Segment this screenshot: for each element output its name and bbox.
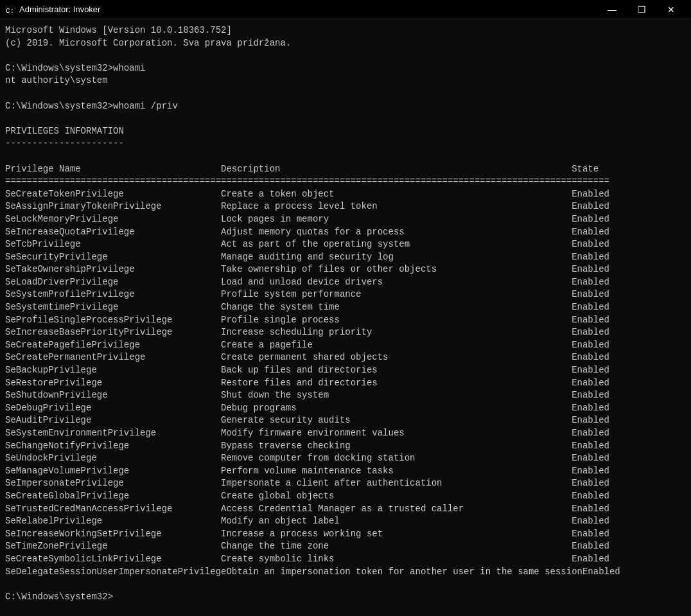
windows-version: Microsoft Windows [Version 10.0.18363.75…	[5, 25, 620, 602]
maximize-button[interactable]: ❐	[627, 0, 656, 19]
minimize-button[interactable]: —	[597, 0, 627, 19]
title-bar-left: C:\ Administrator: Invoker	[5, 4, 100, 15]
title-bar-controls: — ❐ ✕	[597, 0, 686, 19]
cmd-icon: C:\	[5, 4, 15, 15]
close-button[interactable]: ✕	[656, 0, 686, 19]
window-title: Administrator: Invoker	[19, 4, 100, 14]
terminal-output: Microsoft Windows [Version 10.0.18363.75…	[0, 19, 691, 616]
svg-text:C:\: C:\	[6, 7, 15, 15]
title-bar: C:\ Administrator: Invoker — ❐ ✕	[0, 0, 691, 19]
